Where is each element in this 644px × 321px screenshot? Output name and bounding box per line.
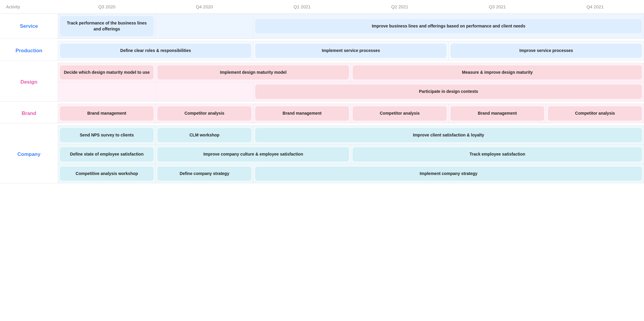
service-span-card: Improve business lines and offerings bas… (255, 19, 642, 33)
service-q4-cell (156, 14, 253, 39)
header-q4-2021: Q4 2021 (546, 0, 644, 14)
service-q3-card: Track performance of the business lines … (60, 16, 154, 36)
brand-q3-2-card: Brand management (451, 106, 544, 121)
company-row2: Define state of employee satisfaction Im… (0, 145, 644, 164)
brand-q3-2-cell: Brand management (448, 104, 546, 123)
company-r2-q3-cell: Define state of employee satisfaction (58, 145, 156, 164)
company-r3-q4-cell: Define company strategy (156, 164, 253, 183)
company-row1: Company Send NPS survey to clients CLM w… (0, 125, 644, 145)
design-label: Design (0, 63, 58, 101)
service-q3-cell: Track performance of the business lines … (58, 14, 156, 39)
production-q3q4-card: Define clear roles & responsibilities (60, 44, 251, 58)
design-r2-span-cell: Participate in design contests (253, 82, 644, 102)
company-clm-card: CLM workshop (157, 128, 251, 142)
header-q1-2021: Q1 2021 (253, 0, 351, 14)
design-row2: Participate in design contests (0, 82, 644, 102)
design-q4-q1-cell: Implement design maturity model (156, 63, 351, 82)
company-r2-q4-q1-cell: Improve company culture & employee satis… (156, 145, 351, 164)
brand-q3-card: Brand management (60, 106, 154, 121)
company-label: Company (0, 125, 58, 183)
brand-row: Brand Brand management Competitor analys… (0, 104, 644, 123)
design-r2-q4-cell (156, 82, 253, 102)
production-row: Production Define clear roles & responsi… (0, 41, 644, 61)
company-competitive-workshop-card: Competitive analysis workshop (60, 167, 154, 181)
brand-q4-2-card: Competitor analysis (548, 106, 642, 121)
company-r3-q3-cell: Competitive analysis workshop (58, 164, 156, 183)
company-nps-card: Send NPS survey to clients (60, 128, 154, 142)
production-label: Production (0, 41, 58, 61)
brand-label: Brand (0, 104, 58, 123)
company-r1-q4-cell: CLM workshop (156, 125, 253, 145)
production-q3q4-2-card: Improve service processes (451, 44, 642, 58)
design-contests-card: Participate in design contests (255, 85, 642, 99)
header-q3-2021: Q3 2021 (448, 0, 546, 14)
brand-q4-cell: Competitor analysis (156, 104, 253, 123)
company-satisfaction-card: Improve client satisfaction & loyalty (255, 128, 642, 142)
company-define-state-card: Define state of employee satisfaction (60, 147, 154, 162)
brand-q1-cell: Brand management (253, 104, 351, 123)
design-q3-card: Decide which design maturity model to us… (60, 65, 154, 80)
design-q2-q4-cell: Measure & improve design maturity (351, 63, 644, 82)
brand-q4-card: Competitor analysis (157, 106, 251, 121)
company-r1-q3-cell: Send NPS survey to clients (58, 125, 156, 145)
brand-q1-card: Brand management (255, 106, 349, 121)
brand-q3-cell: Brand management (58, 104, 156, 123)
production-q1-q2-cell: Implement service processes (253, 41, 448, 61)
company-row3: Competitive analysis workshop Define com… (0, 164, 644, 183)
production-q1q2-card: Implement service processes (255, 44, 447, 58)
company-r1-span-cell: Improve client satisfaction & loyalty (253, 125, 644, 145)
brand-q4-2-cell: Competitor analysis (546, 104, 644, 123)
header-q4-2020: Q4 2020 (156, 0, 253, 14)
company-define-strategy-card: Define company strategy (157, 167, 251, 181)
production-q3-q4-cell: Define clear roles & responsibilities (58, 41, 253, 61)
design-r2-q3-cell (58, 82, 156, 102)
service-q1-q4-cell: Improve business lines and offerings bas… (253, 14, 644, 39)
brand-q2-cell: Competitor analysis (351, 104, 449, 123)
company-implement-strategy-card: Implement company strategy (255, 167, 642, 181)
service-row: Service Track performance of the busines… (0, 14, 644, 39)
company-improve-culture-card: Improve company culture & employee satis… (157, 147, 349, 162)
design-q3-cell: Decide which design maturity model to us… (58, 63, 156, 82)
header-q3-2020: Q3 2020 (58, 0, 156, 14)
design-q2q4-card: Measure & improve design maturity (353, 65, 642, 80)
design-q4q1-card: Implement design maturity model (157, 65, 349, 80)
company-r3-span-cell: Implement company strategy (253, 164, 644, 183)
design-row1: Design Decide which design maturity mode… (0, 63, 644, 82)
header-activity: Activity (0, 0, 58, 14)
roadmap-grid: Activity Q3 2020 Q4 2020 Q1 2021 Q2 2021… (0, 0, 644, 183)
production-q3-q4-2-cell: Improve service processes (448, 41, 644, 61)
brand-q2-card: Competitor analysis (353, 106, 447, 121)
company-r2-span-cell: Track employee satisfaction (351, 145, 644, 164)
company-track-emp-card: Track employee satisfaction (353, 147, 642, 162)
header-q2-2021: Q2 2021 (351, 0, 449, 14)
service-label: Service (0, 14, 58, 39)
